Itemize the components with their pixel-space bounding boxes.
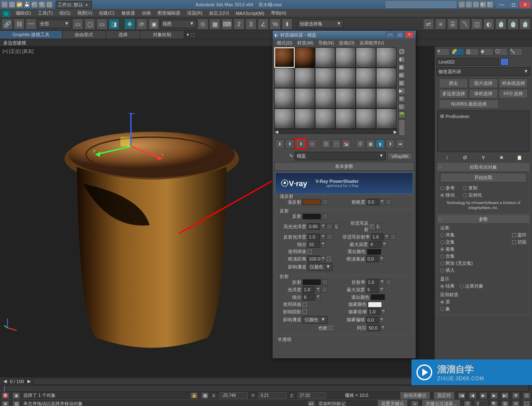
- mod-poly-sel[interactable]: 多边形选择: [439, 89, 468, 98]
- unique-icon[interactable]: ∀: [480, 154, 487, 161]
- op-intersect[interactable]: [440, 240, 444, 244]
- material-slot[interactable]: [335, 88, 356, 108]
- menu-maxscript[interactable]: MAXScript(M): [232, 10, 267, 17]
- refr-affect-dropdown[interactable]: 仅颜色▼: [303, 316, 328, 324]
- assign-to-selection-icon[interactable]: ⬍: [295, 138, 307, 150]
- close-button[interactable]: ✕: [520, 1, 530, 8]
- me-close[interactable]: ✕: [405, 32, 414, 38]
- preview-icon[interactable]: ▶: [399, 88, 405, 94]
- material-name-input[interactable]: 桶盖▼: [295, 152, 386, 160]
- material-slot-1[interactable]: [274, 47, 295, 68]
- refl-exit-color[interactable]: [367, 249, 381, 255]
- undo-icon[interactable]: ↶: [32, 2, 37, 7]
- set-key-button[interactable]: 设置关键点: [377, 399, 408, 406]
- z-input[interactable]: 27.02: [298, 392, 326, 399]
- key-mode-icon[interactable]: ∿: [411, 401, 419, 406]
- refl-gloss-map-button[interactable]: [327, 234, 332, 240]
- dispersion-checkbox[interactable]: [329, 326, 333, 330]
- disp-operands[interactable]: [460, 284, 464, 288]
- refr-maxdepth-input[interactable]: 5: [366, 286, 379, 293]
- menu-help[interactable]: 帮助(H): [268, 9, 290, 17]
- link-icon[interactable]: ⬚: [47, 2, 52, 7]
- fresnel-lock-button[interactable]: L: [375, 224, 381, 229]
- menu-group[interactable]: 组(G): [56, 9, 74, 17]
- scale-tool[interactable]: ▣: [148, 19, 159, 30]
- render-setup-tool[interactable]: 🍵: [495, 19, 506, 30]
- menu-modifiers[interactable]: 修改器: [118, 9, 138, 17]
- mod-nurbs-sel[interactable]: NURBS 曲面选择: [439, 99, 499, 109]
- object-color-swatch[interactable]: [500, 58, 509, 66]
- me-menu-nav[interactable]: 导航(N): [316, 39, 336, 47]
- hilight-map-button[interactable]: [327, 224, 332, 229]
- refl-interp-checkbox[interactable]: [308, 250, 312, 254]
- search-input[interactable]: [386, 1, 456, 8]
- fresnel-checkbox[interactable]: [370, 224, 374, 229]
- reflect-map-button[interactable]: [322, 214, 328, 219]
- refl-affect-dropdown[interactable]: 仅颜色▼: [308, 263, 332, 271]
- me-menu-options[interactable]: 选项(O): [336, 39, 357, 47]
- refr-interp-checkbox[interactable]: [303, 303, 307, 307]
- material-editor-titlebar[interactable]: ◐ 材质编辑器 - 桶盖 — ◻ ✕: [273, 31, 416, 39]
- curr-frame-input[interactable]: 0: [475, 401, 487, 406]
- align-tool[interactable]: ≡: [435, 19, 446, 30]
- material-editor-window[interactable]: ◐ 材质编辑器 - 桶盖 — ◻ ✕ 模式(D) 材质(M) 导航(N) 选项(…: [272, 30, 416, 359]
- prev-frame-icon[interactable]: ◀: [469, 392, 476, 399]
- start-pick-button[interactable]: 开始拾取: [440, 173, 527, 182]
- mirror-tool[interactable]: ⇄: [423, 19, 434, 30]
- fresnel-ior-map-button[interactable]: [390, 234, 396, 240]
- pin-stack-icon[interactable]: ⟟: [443, 154, 451, 161]
- selection-filter[interactable]: 全部▼: [38, 20, 71, 28]
- me-menu-material[interactable]: 材质(M): [295, 39, 316, 47]
- refl-maxdepth-input[interactable]: 4: [369, 241, 382, 248]
- me-menu-mode[interactable]: 模式(D): [274, 39, 295, 47]
- ribbon-freeform[interactable]: 自由形式: [62, 31, 106, 39]
- rollout-params-header[interactable]: -参数: [438, 215, 529, 223]
- curve-editor-tool[interactable]: 〽: [459, 19, 470, 30]
- material-slot[interactable]: [274, 88, 295, 108]
- key-filters-button[interactable]: 关键点过滤器...: [422, 399, 461, 406]
- show-map-icon[interactable]: ▦: [366, 139, 375, 148]
- fog-color-swatch[interactable]: [368, 302, 382, 308]
- me-minimize[interactable]: —: [386, 32, 395, 38]
- select-tool[interactable]: ▭: [72, 19, 83, 30]
- create-tab[interactable]: ✳: [436, 48, 450, 56]
- menu-customize[interactable]: 自定义(U): [206, 9, 232, 17]
- display-tab[interactable]: 🖵: [495, 48, 508, 56]
- help-icon[interactable]: ?: [487, 2, 493, 7]
- refract-color-swatch[interactable]: [303, 279, 321, 285]
- percent-snap[interactable]: %: [270, 19, 281, 30]
- show-end-result-icon[interactable]: ▮: [376, 139, 385, 148]
- backlight-icon[interactable]: ◐: [399, 56, 405, 63]
- ior-input[interactable]: 1.6: [367, 279, 379, 285]
- put-to-scene-icon[interactable]: ⬆: [285, 139, 294, 148]
- rollout-header[interactable]: -拾取布尔对象: [438, 163, 529, 171]
- mod-ffd-sel[interactable]: FFD 选择: [499, 89, 528, 98]
- ribbon-expand-icon[interactable]: ▾ ⬚: [184, 32, 197, 37]
- sample-type-icon[interactable]: ◯: [399, 48, 405, 55]
- disp-result[interactable]: [440, 284, 444, 288]
- modifier-list-dropdown[interactable]: 修改器列表▼: [436, 67, 530, 76]
- new-icon[interactable]: ▢: [9, 2, 15, 7]
- favorites-icon[interactable]: ★: [480, 2, 486, 7]
- material-slot[interactable]: [376, 47, 397, 68]
- rollout-basic-params[interactable]: 基本参数: [274, 162, 414, 171]
- search-icon[interactable]: [466, 2, 472, 7]
- rotate-tool[interactable]: ⟳: [136, 19, 147, 30]
- chk-cookie[interactable]: [512, 240, 516, 244]
- modify-tab[interactable]: 🌈: [451, 48, 464, 56]
- refr-exit-color[interactable]: [371, 294, 385, 300]
- app-menu-button[interactable]: G: [2, 10, 11, 17]
- spinner-snap[interactable]: ⬍: [282, 19, 293, 30]
- material-slot[interactable]: [295, 88, 315, 108]
- utilities-tab[interactable]: 🔧: [509, 48, 522, 56]
- render-frame-tool[interactable]: 🍵: [507, 19, 518, 30]
- comm-center-icon[interactable]: [459, 2, 465, 7]
- named-sel-set[interactable]: 创建选择集▼: [298, 20, 343, 28]
- keyboard-shortcut-toggle[interactable]: ⌨: [222, 19, 232, 30]
- sel-lock-icon[interactable]: 🔒: [190, 392, 198, 399]
- abbe-input[interactable]: 50.0: [367, 325, 380, 331]
- zoom-all-icon[interactable]: ⊞: [501, 401, 509, 406]
- pivot-center-tool[interactable]: ⊙: [197, 19, 208, 30]
- hilight-gloss-input[interactable]: 0.85: [308, 223, 320, 230]
- iso-sel-icon[interactable]: ◉: [12, 392, 20, 399]
